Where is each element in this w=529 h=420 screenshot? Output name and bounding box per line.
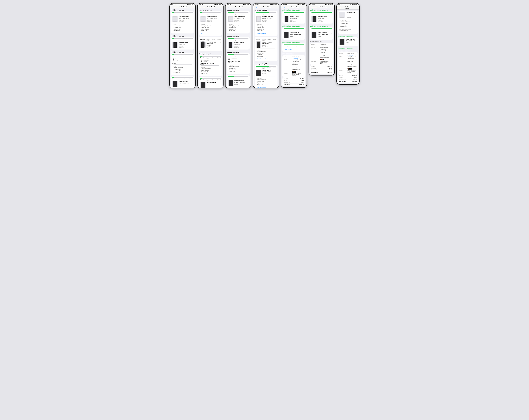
product-row-1: 13.9-inch iPad ProWiFi 64GB - Gold $1,29… bbox=[172, 16, 193, 22]
screen-content-1: Arriving on Aug 28. Processing Preparing… bbox=[170, 8, 195, 88]
arriving-header-1: Arriving on Aug 28. bbox=[170, 8, 195, 11]
iphone-name-1: iPhone X 256GBSpace Gray bbox=[179, 42, 191, 45]
cancel-item-link-2[interactable]: Cancel Item bbox=[200, 48, 221, 50]
product-qty-1: Quantity: 1 bbox=[179, 21, 191, 22]
prog-shipped-1: Shipped bbox=[184, 13, 187, 15]
product-price-1: $1,299.00 bbox=[179, 19, 191, 21]
product-info-1: 13.9-inch iPad ProWiFi 64GB - Gold $1,29… bbox=[179, 16, 191, 22]
print-invoice-7[interactable]: Print Invoice › bbox=[347, 54, 354, 56]
track-shipment-4-1[interactable]: Track Shipment › bbox=[256, 32, 276, 35]
start-return-link-5[interactable]: Start a return bbox=[284, 48, 304, 51]
product-img-1 bbox=[172, 16, 178, 22]
delivered-header-5: Delivered on Aug 28, 2018. bbox=[281, 8, 306, 11]
arriving-header-1c: Arriving on Aug 28. bbox=[170, 51, 195, 53]
product-row-2: iPhone X 256GBSpace Gray $899.00 AppleCa… bbox=[172, 42, 193, 48]
screen-2: 9:41 AM ▐▐▐ WiFi 100% ‹ My Orders Order … bbox=[197, 3, 224, 88]
cover-info-1: Smart Cover foriPad Pro 12.9-inch $49.00 bbox=[179, 81, 191, 86]
nav-bar-1: ‹ My Orders Order Details bbox=[170, 5, 195, 8]
screen-1: 9:41 AM ▐▐▐ WiFi 100% ‹ My Orders Order … bbox=[169, 3, 196, 88]
status-time-1: 9:41 AM bbox=[172, 4, 175, 5]
product-name-1: 13.9-inch iPad ProWiFi 64GB - Gold bbox=[179, 16, 191, 19]
applecare-price-1: $199.00 bbox=[172, 63, 193, 64]
screen-4: 9:41 AM ▐▐▐ WiFi 100% ‹ My Orders Order … bbox=[253, 3, 279, 88]
cover-row-1: Smart Cover foriPad Pro 12.9-inch $49.00… bbox=[172, 81, 193, 87]
chevron-icon-1: › bbox=[192, 16, 193, 18]
applecare-name-1: AppleCare+ for iPhone X bbox=[172, 61, 193, 63]
battery-icon: 100% bbox=[191, 4, 194, 5]
track-shipment-4-3[interactable]: Track Shipment 7 bbox=[256, 86, 276, 88]
print-invoice-6[interactable]: Print Invoice › bbox=[320, 45, 327, 46]
nav-bar-2: ‹ My Orders Order Details bbox=[198, 5, 223, 8]
cover-img-1 bbox=[172, 81, 178, 87]
prog-delivered-1: Delivered bbox=[189, 13, 193, 15]
back-button-6[interactable]: ‹ My Orders bbox=[310, 6, 317, 8]
nav-title-1: Order Details bbox=[179, 6, 187, 8]
ships-to-label-1: Ships to bbox=[172, 23, 193, 25]
iphone-sub-1: AppleCare+ bbox=[179, 47, 191, 48]
arriving-header-1b: Arriving on Aug 28. bbox=[170, 34, 195, 37]
screen-6: 9:41 AM ▐▐▐ WiFi 100% ‹ My Orders Order … bbox=[308, 3, 335, 76]
back-button-2[interactable]: ‹ My Orders bbox=[199, 6, 205, 8]
prog-processing-1: Processing bbox=[172, 13, 177, 15]
wifi-icon-2: WiFi bbox=[216, 4, 218, 5]
status-bar-1: 9:41 AM ▐▐▐ WiFi 100% bbox=[170, 3, 195, 5]
services-label-1: Services andSupport bbox=[175, 58, 182, 61]
back-button-5[interactable]: ‹ My Orders bbox=[282, 6, 289, 8]
track-shipment-4-2[interactable]: Track Shipment 7 bbox=[256, 58, 276, 60]
chevron-icon-2: › bbox=[192, 42, 193, 44]
edit-link-2[interactable]: Edit bbox=[200, 32, 221, 35]
back-button-4[interactable]: ‹ My Orders bbox=[254, 6, 261, 8]
screen-7: 9:41 AM ▐▐▐ WiFi 100% ‹ Order Details Pr… bbox=[336, 3, 360, 85]
nav-title-2: Order Details bbox=[207, 6, 215, 8]
prog-preparing-1: Preparingto Ship bbox=[179, 13, 182, 15]
status-bar-2: 9:41 AM ▐▐▐ WiFi 100% bbox=[198, 3, 223, 5]
screen-content-2: Arriving on Aug 28. Processing Preparing… bbox=[198, 8, 223, 88]
address-1: Johnny Appleseed1 Infinite LoopCupertino… bbox=[172, 25, 193, 32]
back-button-7[interactable]: ‹ Order Details bbox=[338, 6, 345, 9]
screen-5: 9:41 AM ▐▐▐ WiFi 500% ‹ My Orders Order … bbox=[281, 3, 307, 88]
screen-3: 9:41 AM ▐▐▐ WiFi 100% ‹ My Orders Order … bbox=[225, 3, 251, 88]
wifi-icon: WiFi bbox=[188, 4, 190, 5]
print-invoice-5[interactable]: Print Invoice › bbox=[292, 58, 299, 59]
apple-logo-1 bbox=[172, 58, 175, 61]
iphone-img-1 bbox=[172, 42, 178, 48]
back-button-1[interactable]: ‹ My Orders bbox=[171, 6, 177, 8]
back-button-3[interactable]: ‹ My Orders bbox=[227, 6, 233, 8]
iphone-info-1: iPhone X 256GBSpace Gray $899.00 AppleCa… bbox=[179, 42, 191, 48]
iphone-price-1: $899.00 bbox=[179, 45, 191, 47]
signal-icon-2: ▐▐▐ bbox=[213, 4, 216, 5]
signal-icon: ▐▐▐ bbox=[185, 4, 188, 5]
battery-icon-2: 100% bbox=[219, 4, 222, 5]
